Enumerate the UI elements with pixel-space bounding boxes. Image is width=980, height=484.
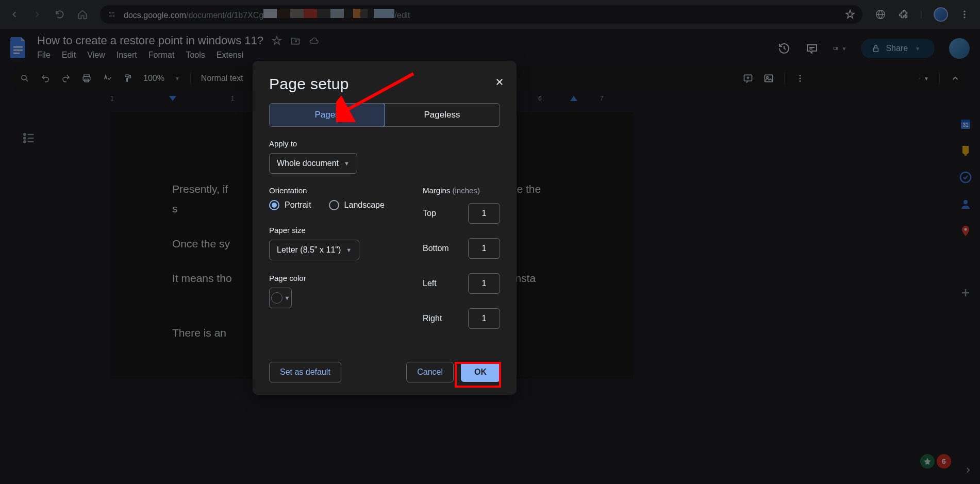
chevron-down-icon: ▼ — [344, 160, 350, 166]
margin-top-input[interactable] — [468, 203, 500, 224]
ok-button[interactable]: OK — [461, 362, 500, 382]
page-setup-dialog: Page setup Pages Pageless Apply to Whole… — [253, 61, 517, 395]
orientation-label: Orientation — [269, 186, 392, 195]
margins-label: Margins (inches) — [423, 186, 500, 195]
paper-size-select[interactable]: Letter (8.5" x 11") ▼ — [269, 240, 359, 260]
cancel-button[interactable]: Cancel — [406, 362, 454, 382]
radio-landscape[interactable]: Landscape — [329, 200, 385, 210]
apply-to-label: Apply to — [269, 139, 500, 148]
margin-bottom-label: Bottom — [423, 244, 449, 253]
margin-right-label: Right — [423, 314, 442, 323]
radio-portrait[interactable]: Portrait — [269, 200, 311, 210]
page-color-label: Page color — [269, 274, 392, 282]
paper-size-label: Paper size — [269, 226, 392, 235]
chevron-down-icon: ▼ — [285, 295, 290, 301]
chevron-down-icon: ▼ — [346, 247, 352, 253]
margin-top-label: Top — [423, 209, 436, 218]
close-icon[interactable] — [495, 77, 504, 89]
apply-to-select[interactable]: Whole document ▼ — [269, 153, 357, 174]
margin-right-input[interactable] — [468, 308, 500, 329]
tab-pageless[interactable]: Pageless — [385, 104, 500, 126]
dialog-title: Page setup — [269, 75, 500, 93]
dialog-tabs: Pages Pageless — [269, 103, 500, 127]
tab-pages[interactable]: Pages — [269, 103, 385, 127]
margin-left-label: Left — [423, 279, 437, 288]
set-default-button[interactable]: Set as default — [269, 362, 341, 382]
margin-bottom-input[interactable] — [468, 238, 500, 259]
page-color-select[interactable]: ▼ — [269, 288, 292, 308]
margin-left-input[interactable] — [468, 273, 500, 294]
